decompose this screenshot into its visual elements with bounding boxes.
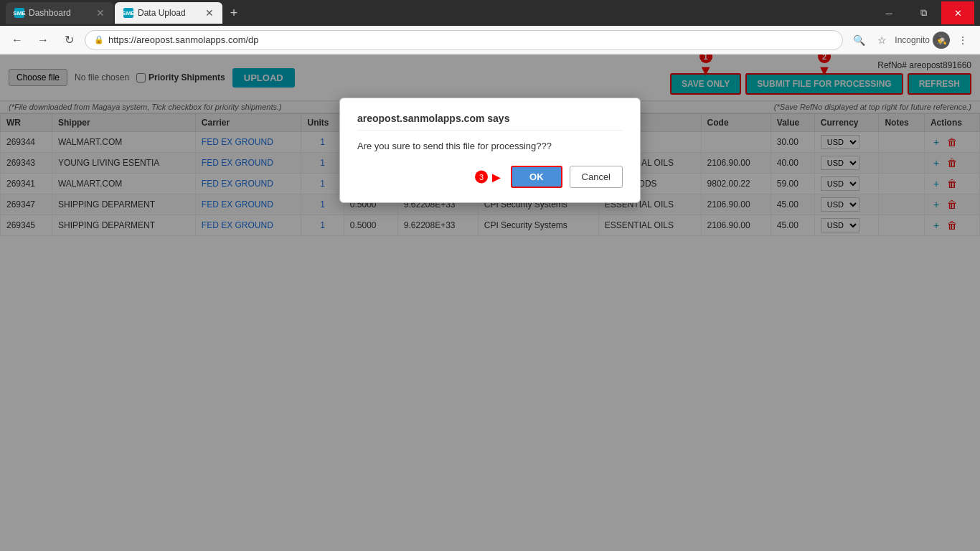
restore-button[interactable]: ⧉ <box>907 1 940 24</box>
window-controls: ─ ⧉ ✕ <box>872 1 974 24</box>
tab-data-upload-close[interactable]: ✕ <box>205 7 214 19</box>
lock-icon: 🔒 <box>94 35 104 44</box>
close-button[interactable]: ✕ <box>941 1 974 24</box>
browser-actions: 🔍 ☆ Incognito 🕵 ⋮ <box>849 30 973 50</box>
minimize-button[interactable]: ─ <box>872 1 905 24</box>
tab-data-upload-label: Data Upload <box>138 8 186 18</box>
incognito-icon: 🕵 <box>933 32 950 49</box>
page-content: Choose file No file chosen Priority Ship… <box>0 55 980 551</box>
new-tab-button[interactable]: + <box>224 3 244 23</box>
url-text: https://areopost.sanmolapps.com/dp <box>108 34 259 45</box>
tab-dashboard-favicon: SME <box>14 8 24 18</box>
bookmark-button[interactable]: ☆ <box>872 30 892 50</box>
incognito-info: Incognito 🕵 <box>895 32 950 49</box>
incognito-label: Incognito <box>895 35 930 45</box>
tab-dashboard-label: Dashboard <box>29 8 71 18</box>
modal-cancel-button[interactable]: Cancel <box>570 166 623 188</box>
arrow-3-icon: ► <box>489 169 504 185</box>
ok-button-area: 3 ► OK <box>511 166 562 188</box>
browser-title-bar: SME Dashboard ✕ SME Data Upload ✕ + ─ ⧉ … <box>0 0 980 26</box>
tab-dashboard[interactable]: SME Dashboard ✕ <box>6 2 113 24</box>
modal-dialog: areopost.sanmolapps.com says Are you sur… <box>339 98 641 203</box>
modal-ok-button[interactable]: OK <box>511 166 562 188</box>
back-button[interactable]: ← <box>7 30 27 50</box>
tab-data-upload-favicon: SME <box>123 8 133 18</box>
modal-title: areopost.sanmolapps.com says <box>357 113 623 131</box>
menu-button[interactable]: ⋮ <box>953 30 973 50</box>
annotation-3: 3 ► <box>475 169 504 185</box>
tab-data-upload[interactable]: SME Data Upload ✕ <box>115 2 222 24</box>
modal-overlay: areopost.sanmolapps.com says Are you sur… <box>0 55 980 551</box>
reload-button[interactable]: ↻ <box>59 30 79 50</box>
forward-button[interactable]: → <box>33 30 53 50</box>
address-bar[interactable]: 🔒 https://areopost.sanmolapps.com/dp <box>85 30 843 50</box>
browser-controls: ← → ↻ 🔒 https://areopost.sanmolapps.com/… <box>0 26 980 55</box>
tab-dashboard-close[interactable]: ✕ <box>96 7 105 19</box>
annotation-3-num: 3 <box>475 171 488 184</box>
modal-buttons: 3 ► OK Cancel <box>357 166 623 188</box>
modal-body: Are you sure to send this file for proce… <box>357 141 623 151</box>
search-button[interactable]: 🔍 <box>849 30 869 50</box>
